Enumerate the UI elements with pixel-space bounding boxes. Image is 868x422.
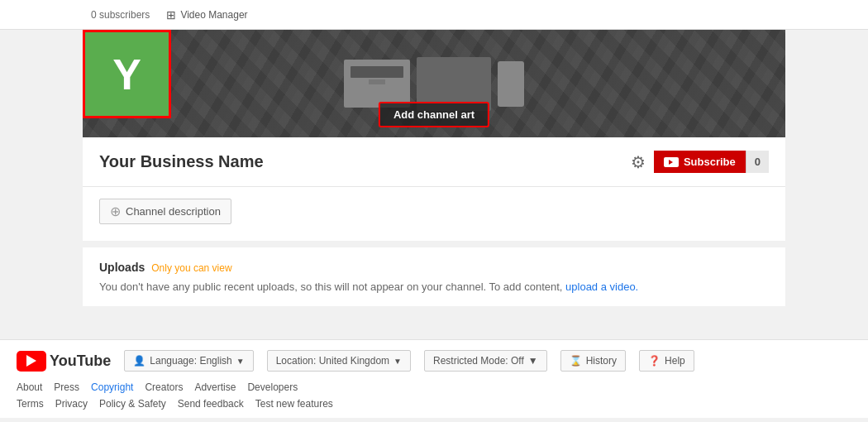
channel-actions: ⚙ Subscribe 0 (631, 151, 769, 173)
channel-description-button[interactable]: ⊕ Channel description (99, 199, 231, 224)
subscriber-count-badge: 0 (746, 151, 769, 173)
channel-info: Your Business Name ⚙ Subscribe 0 (83, 137, 785, 187)
plus-icon: ⊕ (110, 204, 121, 219)
footer-link-press[interactable]: Press (54, 381, 79, 393)
settings-button[interactable]: ⚙ (631, 152, 646, 172)
restricted-mode-button[interactable]: Restricted Mode: Off ▼ (424, 350, 547, 372)
footer-link-copyright[interactable]: Copyright (91, 381, 133, 393)
video-manager-label: Video Manager (180, 9, 247, 21)
uploads-section: Uploads Only you can view You don't have… (83, 247, 785, 306)
footer-link2-policy-&-safety[interactable]: Policy & Safety (99, 398, 166, 410)
channel-name: Your Business Name (99, 152, 264, 171)
footer-link2-terms[interactable]: Terms (17, 398, 44, 410)
language-button[interactable]: 👤 Language: English ▼ (124, 350, 253, 372)
footer-link-about[interactable]: About (17, 381, 42, 393)
spacer (0, 306, 868, 339)
top-bar: 0 subscribers ⊞ Video Manager (0, 0, 868, 30)
help-icon: ❓ (648, 355, 661, 367)
uploads-visibility: Only you can view (151, 262, 231, 274)
footer-link-creators[interactable]: Creators (145, 381, 183, 393)
youtube-logo[interactable]: YouTube (17, 351, 111, 372)
youtube-logo-text: YouTube (50, 352, 111, 370)
footer-link2-test-new-features[interactable]: Test new features (255, 398, 333, 410)
uploads-title: Uploads (99, 261, 145, 274)
footer-links-secondary: TermsPrivacyPolicy & SafetySend feedback… (17, 398, 851, 410)
upload-video-link[interactable]: upload a video. (565, 281, 638, 293)
youtube-icon-small (664, 157, 679, 167)
help-label: Help (665, 355, 685, 367)
channel-logo-letter: Y (112, 50, 141, 99)
language-label: Language: English (150, 355, 231, 367)
channel-description-area: ⊕ Channel description (83, 187, 785, 241)
location-label: Location: United Kingdom (276, 355, 389, 367)
uploads-message: You don't have any public recent uploads… (99, 281, 769, 293)
footer-link-developers[interactable]: Developers (247, 381, 298, 393)
footer-top: YouTube 👤 Language: English ▼ Location: … (17, 350, 851, 372)
language-arrow-icon: ▼ (236, 357, 245, 366)
footer-links-primary: AboutPressCopyrightCreatorsAdvertiseDeve… (17, 381, 851, 393)
subscribe-container: Subscribe 0 (654, 151, 769, 173)
device-monitor-icon (344, 60, 410, 108)
channel-description-label: Channel description (126, 205, 221, 218)
restricted-label: Restricted Mode: Off (433, 355, 524, 367)
video-manager-link[interactable]: ⊞ Video Manager (166, 8, 247, 22)
location-button[interactable]: Location: United Kingdom ▼ (267, 350, 411, 372)
youtube-logo-icon (17, 351, 46, 372)
hourglass-icon: ⌛ (570, 355, 582, 367)
history-button[interactable]: ⌛ History (560, 350, 626, 372)
location-arrow-icon: ▼ (393, 357, 402, 366)
footer-link2-privacy[interactable]: Privacy (55, 398, 88, 410)
add-channel-art-button[interactable]: Add channel art (379, 102, 489, 127)
footer-link2-send-feedback[interactable]: Send feedback (178, 398, 244, 410)
footer-link-advertise[interactable]: Advertise (194, 381, 236, 393)
person-icon: 👤 (133, 355, 145, 367)
uploads-header: Uploads Only you can view (99, 261, 769, 274)
subscribe-button[interactable]: Subscribe (654, 151, 746, 173)
help-button[interactable]: ❓ Help (639, 350, 694, 372)
history-label: History (586, 355, 617, 367)
channel-art: Y Add channel art (83, 30, 785, 137)
channel-logo[interactable]: Y (83, 30, 171, 118)
device-mobile-icon (498, 61, 524, 107)
restricted-arrow-icon: ▼ (528, 355, 538, 367)
video-manager-icon: ⊞ (166, 8, 176, 22)
footer: YouTube 👤 Language: English ▼ Location: … (0, 339, 868, 418)
subscribers-count: 0 subscribers (91, 9, 150, 21)
subscribe-label: Subscribe (684, 156, 736, 168)
